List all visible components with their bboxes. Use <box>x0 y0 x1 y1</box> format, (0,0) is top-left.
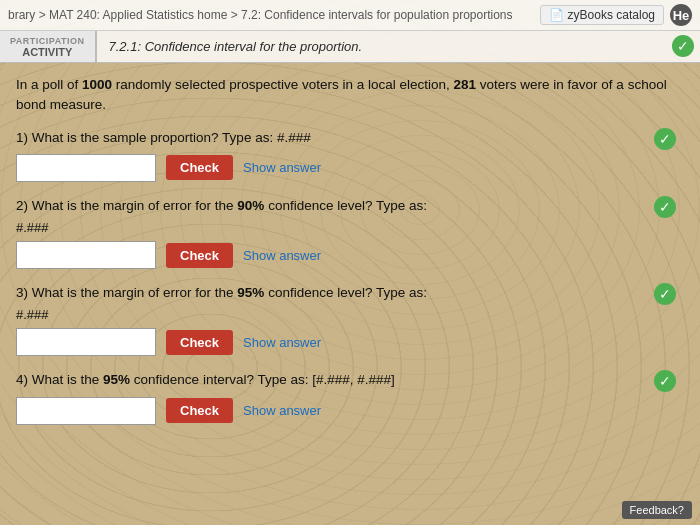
zybooks-label: zyBooks catalog <box>568 8 655 22</box>
q2-check-icon: ✓ <box>654 196 676 218</box>
question-2-block: 2) What is the margin of error for the 9… <box>16 196 684 269</box>
q3-show-answer-link[interactable]: Show answer <box>243 335 321 350</box>
q1-answer-input[interactable] <box>16 154 156 182</box>
main-content: In a poll of 1000 randomly selected pros… <box>0 63 700 451</box>
question-1-text: 1) What is the sample proportion? Type a… <box>16 128 684 148</box>
q4-input-row: Check Show answer <box>16 397 684 425</box>
q2-input-row: Check Show answer <box>16 241 684 269</box>
question-4-block: 4) What is the 95% confidence interval? … <box>16 370 684 424</box>
q1-check-button[interactable]: Check <box>166 155 233 180</box>
q3-check-button[interactable]: Check <box>166 330 233 355</box>
activity-label: PARTICIPATION ACTIVITY <box>0 31 97 62</box>
q4-show-answer-link[interactable]: Show answer <box>243 403 321 418</box>
breadcrumb: brary > MAT 240: Applied Statistics home… <box>8 8 532 22</box>
q1-show-answer-link[interactable]: Show answer <box>243 160 321 175</box>
activity-text: ACTIVITY <box>10 46 85 58</box>
q1-check-icon: ✓ <box>654 128 676 150</box>
q4-answer-input[interactable] <box>16 397 156 425</box>
question-4-text: 4) What is the 95% confidence interval? … <box>16 370 684 390</box>
help-label: He <box>673 8 690 23</box>
question-3-block: 3) What is the margin of error for the 9… <box>16 283 684 356</box>
q3-input-row: Check Show answer <box>16 328 684 356</box>
activity-bar: PARTICIPATION ACTIVITY 7.2.1: Confidence… <box>0 31 700 63</box>
question-1-block: 1) What is the sample proportion? Type a… <box>16 128 684 182</box>
activity-title: 7.2.1: Confidence interval for the propo… <box>97 31 667 62</box>
q3-answer-input[interactable] <box>16 328 156 356</box>
help-button[interactable]: He <box>670 4 692 26</box>
intro-paragraph: In a poll of 1000 randomly selected pros… <box>16 75 684 116</box>
q1-number: 1) <box>16 130 32 145</box>
question-2-text: 2) What is the margin of error for the 9… <box>16 196 684 216</box>
q2-format-hint: #.### <box>16 220 684 235</box>
q3-format-hint: #.### <box>16 307 684 322</box>
q2-answer-input[interactable] <box>16 241 156 269</box>
q3-check-icon: ✓ <box>654 283 676 305</box>
feedback-button[interactable]: Feedback? <box>622 501 692 519</box>
book-icon: 📄 <box>549 8 564 22</box>
activity-check-icon: ✓ <box>672 35 694 57</box>
q1-input-row: Check Show answer <box>16 154 684 182</box>
q4-check-button[interactable]: Check <box>166 398 233 423</box>
zybooks-catalog-button[interactable]: 📄 zyBooks catalog <box>540 5 664 25</box>
top-nav: brary > MAT 240: Applied Statistics home… <box>0 0 700 31</box>
q2-check-button[interactable]: Check <box>166 243 233 268</box>
q2-show-answer-link[interactable]: Show answer <box>243 248 321 263</box>
participation-text: PARTICIPATION <box>10 36 85 46</box>
question-3-text: 3) What is the margin of error for the 9… <box>16 283 684 303</box>
